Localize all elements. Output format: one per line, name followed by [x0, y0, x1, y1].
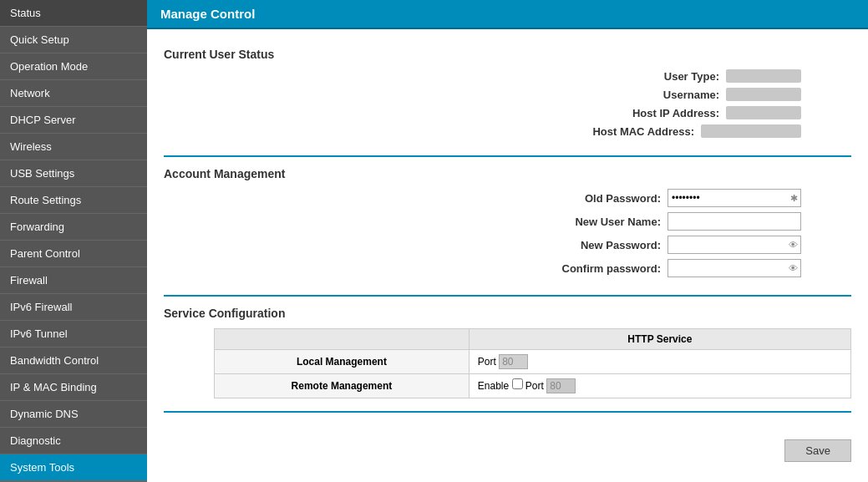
sidebar-item-ipv6-tunnel[interactable]: IPv6 Tunnel — [0, 321, 147, 348]
remote-port-prefix: Port — [525, 380, 544, 392]
sidebar-item-system-tools[interactable]: System Tools — [0, 454, 147, 481]
host-ip-row: Host IP Address: — [164, 106, 851, 119]
service-title: Service Configuration — [164, 307, 851, 320]
host-ip-value — [726, 106, 801, 119]
save-row: Save — [147, 429, 868, 472]
main-content: Manage Control Current User Status User … — [147, 0, 868, 482]
new-password-input[interactable] — [667, 236, 801, 254]
username-value — [726, 88, 801, 101]
current-user-title: Current User Status — [164, 48, 851, 61]
sidebar-item-diagnostic[interactable]: Diagnostic — [0, 428, 147, 454]
asterisk-icon: ✱ — [790, 193, 798, 204]
sidebar-item-network[interactable]: Network — [0, 80, 147, 107]
page-title: Manage Control — [147, 0, 868, 29]
table-header-empty — [215, 329, 470, 350]
sidebar-item-ip-mac-binding[interactable]: IP & MAC Binding — [0, 374, 147, 401]
table-header-http: HTTP Service — [469, 329, 850, 350]
old-password-label: Old Password: — [527, 192, 661, 205]
sidebar-item-bandwidth-control[interactable]: Bandwidth Control — [0, 348, 147, 374]
username-row: Username: — [164, 88, 851, 101]
new-password-wrapper: 👁 — [667, 236, 801, 254]
sidebar-item-dynamic-dns[interactable]: Dynamic DNS — [0, 401, 147, 428]
remote-enable-label: Enable — [478, 380, 509, 392]
sidebar-item-parent-control[interactable]: Parent Control — [0, 241, 147, 267]
eye-icon-2: 👁 — [789, 263, 798, 273]
confirm-password-row: Confirm password: 👁 — [164, 259, 851, 277]
account-title: Account Management — [164, 167, 851, 180]
sidebar-item-quick-setup[interactable]: Quick Setup — [0, 27, 147, 53]
new-username-row: New User Name: — [164, 212, 851, 231]
new-username-label: New User Name: — [527, 216, 661, 228]
host-mac-label: Host MAC Address: — [561, 125, 694, 138]
content-area: Current User Status User Type: Username:… — [147, 29, 868, 429]
new-username-input[interactable] — [667, 212, 801, 231]
sidebar-item-forwarding[interactable]: Forwarding — [0, 214, 147, 241]
new-password-row: New Password: 👁 — [164, 236, 851, 254]
sidebar-item-ipv6-firewall[interactable]: IPv6 Firewall — [0, 294, 147, 321]
old-password-row: Old Password: ✱ — [164, 189, 851, 207]
user-type-value — [726, 69, 801, 83]
remote-port-input[interactable] — [546, 378, 576, 393]
sidebar: Status Quick Setup Operation Mode Networ… — [0, 0, 147, 482]
table-row-local: Local Management Port — [215, 350, 851, 374]
sidebar-item-status[interactable]: Status — [0, 0, 147, 27]
remote-management-label: Remote Management — [215, 374, 470, 398]
service-section: Service Configuration HTTP Service Local… — [164, 307, 851, 413]
eye-icon: 👁 — [789, 240, 798, 250]
host-mac-value — [701, 124, 801, 138]
sidebar-item-route-settings[interactable]: Route Settings — [0, 187, 147, 214]
account-section: Account Management Old Password: ✱ New U… — [164, 167, 851, 297]
sidebar-item-usb-settings[interactable]: USB Settings — [0, 160, 147, 187]
local-port-prefix: Port — [478, 356, 496, 368]
current-user-section: Current User Status User Type: Username:… — [164, 48, 851, 157]
sidebar-item-operation-mode[interactable]: Operation Mode — [0, 53, 147, 80]
old-password-input[interactable] — [667, 189, 801, 207]
remote-enable-checkbox[interactable] — [512, 378, 523, 389]
local-port-input[interactable] — [499, 354, 528, 369]
host-ip-label: Host IP Address: — [586, 107, 719, 119]
local-management-port-cell: Port — [469, 350, 850, 374]
remote-management-port-cell: Enable Port — [469, 374, 850, 398]
local-management-label: Local Management — [215, 350, 470, 374]
sidebar-item-dhcp-server[interactable]: DHCP Server — [0, 107, 147, 134]
confirm-password-input[interactable] — [667, 259, 801, 277]
sidebar-item-wireless[interactable]: Wireless — [0, 134, 147, 160]
user-type-label: User Type: — [586, 70, 719, 83]
save-button[interactable]: Save — [784, 439, 851, 462]
confirm-password-wrapper: 👁 — [667, 259, 801, 277]
service-table: HTTP Service Local Management Port Remot… — [214, 328, 851, 398]
confirm-password-label: Confirm password: — [527, 262, 661, 275]
old-password-wrapper: ✱ — [667, 189, 801, 207]
new-password-label: New Password: — [527, 239, 661, 251]
username-label: Username: — [586, 89, 719, 101]
sidebar-item-firewall[interactable]: Firewall — [0, 267, 147, 294]
table-row-remote: Remote Management Enable Port — [215, 374, 851, 398]
host-mac-row: Host MAC Address: — [164, 124, 851, 138]
user-type-row: User Type: — [164, 69, 851, 83]
